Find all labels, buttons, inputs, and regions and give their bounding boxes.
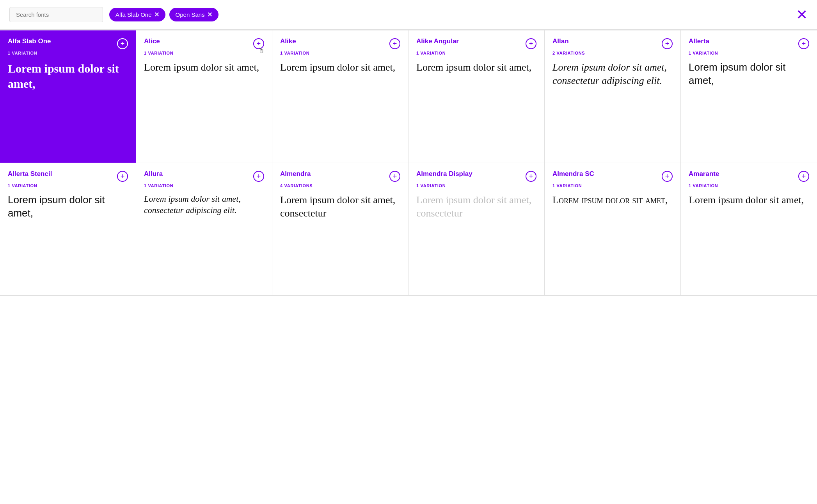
font-variations-allerta: 1 VARIATION: [689, 51, 809, 55]
close-button[interactable]: ✕: [796, 8, 808, 22]
font-header-allan: Allan +: [552, 37, 673, 49]
font-cell-alfa-slab-one[interactable]: Alfa Slab One + 1 VARIATION Lorem ipsum …: [0, 30, 136, 163]
font-header-allerta: Allerta +: [689, 37, 809, 49]
font-name-allura: Allura: [144, 170, 163, 178]
font-cell-almendra-display[interactable]: Almendra Display + 1 VARIATION Lorem ips…: [408, 163, 545, 296]
font-header-almendra-display: Almendra Display +: [416, 170, 536, 182]
font-name-alike: Alike: [280, 37, 296, 45]
font-grid: Alfa Slab One + 1 VARIATION Lorem ipsum …: [0, 30, 817, 296]
font-variations-almendra-display: 1 VARIATION: [416, 183, 536, 188]
font-variations-almendra-sc: 1 VARIATION: [552, 183, 673, 188]
font-name-almendra-sc: Almendra SC: [552, 170, 594, 178]
font-preview-allerta: Lorem ipsum dolor sit amet,: [689, 61, 809, 87]
header: Alfa Slab One ✕ Open Sans ✕ ✕: [0, 0, 817, 30]
font-cell-alike[interactable]: Alike + 1 VARIATION Lorem ipsum dolor si…: [272, 30, 408, 163]
font-variations-allan: 2 VARIATIONS: [552, 51, 673, 55]
chips-container: Alfa Slab One ✕ Open Sans ✕: [109, 8, 790, 21]
font-variations-almendra: 4 VARIATIONS: [280, 183, 400, 188]
font-cell-allerta[interactable]: Allerta + 1 VARIATION Lorem ipsum dolor …: [681, 30, 817, 163]
font-header-alike-angular: Alike Angular +: [416, 37, 536, 49]
search-input[interactable]: [9, 7, 103, 22]
font-cell-allan[interactable]: Allan + 2 VARIATIONS Lorem ipsum dolor s…: [545, 30, 681, 163]
add-button-alfa[interactable]: +: [117, 38, 128, 49]
add-button-allerta-stencil[interactable]: +: [117, 171, 128, 182]
font-preview-amarante: Lorem ipsum dolor sit amet,: [689, 193, 809, 207]
font-header-allura: Allura +: [144, 170, 264, 182]
add-button-almendra-sc[interactable]: +: [662, 171, 673, 182]
chip-alfa-slab-one[interactable]: Alfa Slab One ✕: [109, 8, 165, 21]
font-cell-almendra-sc[interactable]: Almendra SC + 1 VARIATION Lorem ipsum do…: [545, 163, 681, 296]
font-name-allan: Allan: [552, 37, 569, 45]
add-button-almendra[interactable]: +: [389, 171, 400, 182]
font-variations-alice: 1 VARIATION: [144, 51, 264, 55]
chip-alfa-close[interactable]: ✕: [154, 11, 159, 18]
font-header-almendra-sc: Almendra SC +: [552, 170, 673, 182]
chip-opensans-close[interactable]: ✕: [207, 11, 212, 18]
add-button-amarante[interactable]: +: [798, 171, 809, 182]
font-preview-allura: Lorem ipsum dolor sit amet, consectetur …: [144, 193, 264, 216]
font-preview-almendra-display: Lorem ipsum dolor sit amet, consectetur: [416, 193, 536, 220]
add-button-alike[interactable]: +: [389, 38, 400, 49]
font-variations-amarante: 1 VARIATION: [689, 183, 809, 188]
add-button-allura[interactable]: +: [253, 171, 264, 182]
add-button-alice[interactable]: + 🖱: [253, 38, 264, 49]
font-variations-allerta-stencil: 1 VARIATION: [8, 183, 128, 188]
font-preview-alike-angular: Lorem ipsum dolor sit amet,: [416, 61, 536, 74]
font-name-almendra-display: Almendra Display: [416, 170, 472, 178]
font-preview-almendra: Lorem ipsum dolor sit amet, consectetur: [280, 193, 400, 220]
font-name-alice: Alice: [144, 37, 160, 45]
font-cell-alike-angular[interactable]: Alike Angular + 1 VARIATION Lorem ipsum …: [408, 30, 545, 163]
font-name-alike-angular: Alike Angular: [416, 37, 459, 45]
font-variations-alike-angular: 1 VARIATION: [416, 51, 536, 55]
font-name-allerta-stencil: Allerta Stencil: [8, 170, 52, 178]
font-header-amarante: Amarante +: [689, 170, 809, 182]
font-header-alfa: Alfa Slab One +: [8, 37, 128, 49]
font-preview-alfa: Lorem ipsum dolor sit amet,: [8, 61, 128, 91]
font-variations-alike: 1 VARIATION: [280, 51, 400, 55]
add-button-allan[interactable]: +: [662, 38, 673, 49]
chip-open-sans[interactable]: Open Sans ✕: [169, 8, 218, 21]
add-button-almendra-display[interactable]: +: [526, 171, 536, 182]
font-name-alfa: Alfa Slab One: [8, 37, 51, 45]
font-header-almendra: Almendra +: [280, 170, 400, 182]
font-name-almendra: Almendra: [280, 170, 311, 178]
font-name-amarante: Amarante: [689, 170, 719, 178]
font-cell-alice[interactable]: Alice + 🖱 1 VARIATION Lorem ipsum dolor …: [136, 30, 272, 163]
font-preview-allerta-stencil: Lorem ipsum dolor sit amet,: [8, 193, 128, 220]
font-header-allerta-stencil: Allerta Stencil +: [8, 170, 128, 182]
font-preview-alike: Lorem ipsum dolor sit amet,: [280, 61, 400, 74]
font-preview-allan: Lorem ipsum dolor sit amet, consectetur …: [552, 61, 673, 87]
font-variations-allura: 1 VARIATION: [144, 183, 264, 188]
font-name-allerta: Allerta: [689, 37, 709, 45]
font-preview-alice: Lorem ipsum dolor sit amet,: [144, 61, 264, 74]
add-button-allerta[interactable]: +: [798, 38, 809, 49]
font-variations-alfa: 1 VARIATION: [8, 51, 128, 55]
font-cell-amarante[interactable]: Amarante + 1 VARIATION Lorem ipsum dolor…: [681, 163, 817, 296]
add-button-alike-angular[interactable]: +: [526, 38, 536, 49]
font-header-alike: Alike +: [280, 37, 400, 49]
font-header-alice: Alice + 🖱: [144, 37, 264, 49]
chip-opensans-label: Open Sans: [176, 11, 205, 18]
chip-alfa-label: Alfa Slab One: [115, 11, 152, 18]
font-cell-almendra[interactable]: Almendra + 4 VARIATIONS Lorem ipsum dolo…: [272, 163, 408, 296]
font-preview-almendra-sc: Lorem ipsum dolor sit amet,: [552, 193, 673, 207]
font-cell-allura[interactable]: Allura + 1 VARIATION Lorem ipsum dolor s…: [136, 163, 272, 296]
font-cell-allerta-stencil[interactable]: Allerta Stencil + 1 VARIATION Lorem ipsu…: [0, 163, 136, 296]
